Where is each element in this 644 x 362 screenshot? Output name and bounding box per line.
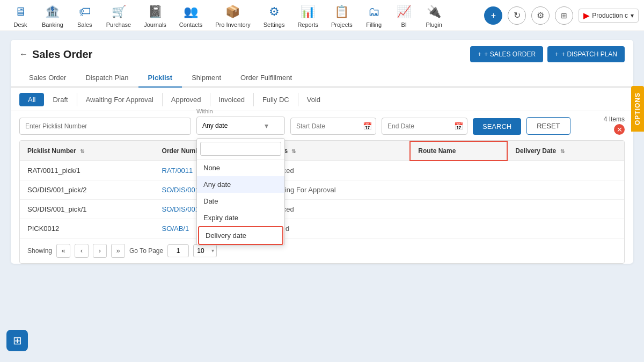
tab-dispatch-plan[interactable]: Dispatch Plan (76, 69, 138, 88)
table-row: SO/DIS/001_pick/2 SO/DIS/001 Awaiting Fo… (20, 180, 624, 199)
nav-reports[interactable]: 📊 Reports (291, 3, 325, 28)
per-page-wrap: 10 20 50 ▾ (193, 244, 217, 257)
delivery-date-cell (507, 180, 624, 199)
items-count-label: 4 Items (604, 115, 625, 123)
table-row: RAT/0011_pick/1 RAT/0011 Invoiced (20, 161, 624, 180)
showing-label: Showing (27, 247, 52, 255)
nav-desk[interactable]: 🖥 Desk (5, 3, 35, 28)
search-button[interactable]: SEARCH (473, 118, 521, 135)
filling-icon: 🗂 (368, 5, 380, 19)
sales-icon: 🏷 (79, 5, 91, 19)
items-count-area: 4 Items ✕ (604, 115, 625, 135)
start-date-wrap: 📅 (290, 118, 376, 135)
within-dropdown: None Any date Date Expiry date Delivery … (196, 138, 285, 245)
tab-sales-order[interactable]: Sales Order (19, 69, 76, 88)
sort-icon-delivery[interactable]: ⇅ (560, 148, 565, 154)
filter-awaiting[interactable]: Awaiting For Approval (77, 93, 163, 106)
route-name-cell (410, 199, 507, 219)
sort-icon-status[interactable]: ⇅ (291, 148, 296, 154)
sort-icon-picklist[interactable]: ⇅ (80, 148, 84, 154)
dropdown-item-none[interactable]: None (197, 160, 284, 176)
per-page-select[interactable]: 10 20 50 (193, 244, 217, 257)
dropdown-search-input[interactable] (200, 142, 281, 156)
table-row: PICK0012 SO/AB/1 Voided (20, 219, 624, 238)
back-button[interactable]: ← (19, 49, 28, 59)
route-name-cell (410, 219, 507, 238)
nav-projects[interactable]: 📋 Projects (325, 3, 359, 28)
calendar-icon-end: 📅 (454, 122, 463, 131)
nav-settings[interactable]: ⚙ Settings (257, 3, 291, 28)
projects-icon: 📋 (334, 5, 349, 19)
dropdown-item-date[interactable]: Date (197, 193, 284, 209)
filter-void[interactable]: Void (298, 93, 329, 106)
route-name-cell (410, 161, 507, 180)
picklist-number-cell: PICK0012 (20, 219, 155, 238)
nav-purchase[interactable]: 🛒 Purchase (100, 3, 137, 28)
picklist-table: Picklist Number ⇅ Order Number Status ⇅ … (19, 140, 625, 264)
next-last-button[interactable]: » (111, 244, 125, 258)
refresh-button[interactable]: ↻ (508, 6, 526, 25)
tab-picklist[interactable]: Picklist (138, 69, 182, 88)
nav-plugin[interactable]: 🔌 Plugin (419, 3, 449, 28)
page-header: ← Sales Order + + SALES ORDER + + DISPAT… (11, 40, 633, 62)
nav-right-actions: + ↻ ⚙ ⊞ ▶ Production c ▾ (484, 6, 639, 25)
filter-all[interactable]: All (19, 93, 44, 106)
filter-approved[interactable]: Approved (163, 93, 210, 106)
page-title: Sales Order (32, 48, 92, 61)
main-tabs: Sales Order Dispatch Plan Picklist Shipm… (11, 69, 633, 88)
plus-icon-dispatch: + (555, 50, 559, 58)
picklist-number-cell: SO/DIS/001_pick/1 (20, 199, 155, 219)
chevron-down-icon: ▾ (265, 121, 268, 130)
within-wrapper: Within Any date ▾ None Any date Date (196, 117, 285, 135)
desk-icon: 🖥 (14, 5, 26, 19)
picklist-number-cell: RAT/0011_pick/1 (20, 161, 155, 180)
nav-pro-inventory[interactable]: 📦 Pro Inventory (209, 3, 257, 28)
grid-toggle-button[interactable]: ⊞ (555, 6, 573, 25)
contacts-icon: 👥 (184, 5, 198, 19)
nav-banking[interactable]: 🏦 Banking (35, 3, 70, 28)
pagination: Showing « ‹ › » Go To Page 10 20 50 ▾ (20, 238, 624, 263)
delivery-date-cell (507, 161, 624, 180)
nav-contacts[interactable]: 👥 Contacts (173, 3, 209, 28)
next-button[interactable]: › (93, 244, 107, 258)
nav-journals[interactable]: 📓 Journals (137, 3, 173, 28)
within-label: Within (196, 108, 213, 114)
tab-order-fulfillment[interactable]: Order Fulfillment (231, 69, 302, 88)
page-title-area: ← Sales Order (19, 48, 92, 61)
reset-button[interactable]: RESET (526, 117, 570, 135)
col-delivery-date: Delivery Date ⇅ (507, 141, 624, 161)
nav-bi[interactable]: 📈 BI (389, 3, 419, 28)
dispatch-plan-button[interactable]: + + DISPATCH PLAN (547, 46, 625, 62)
sales-order-card: ← Sales Order + + SALES ORDER + + DISPAT… (11, 40, 633, 264)
nav-filling[interactable]: 🗂 Filling (359, 3, 389, 28)
nav-sales[interactable]: 🏷 Sales (70, 3, 100, 28)
production-menu[interactable]: ▶ Production c ▾ (579, 9, 639, 23)
data-table: Picklist Number ⇅ Order Number Status ⇅ … (20, 141, 624, 238)
picklist-number-input[interactable] (19, 118, 191, 135)
gear-button[interactable]: ⚙ (531, 6, 550, 25)
banking-icon: 🏦 (45, 5, 60, 19)
route-name-cell (410, 180, 507, 199)
table-header-row: Picklist Number ⇅ Order Number Status ⇅ … (20, 141, 624, 161)
add-button[interactable]: + (484, 6, 502, 25)
delivery-date-cell (507, 219, 624, 238)
close-button[interactable]: ✕ (614, 124, 625, 135)
within-select-box[interactable]: Any date ▾ (196, 117, 285, 135)
filter-draft[interactable]: Draft (44, 93, 77, 106)
picklist-number-cell: SO/DIS/001_pick/2 (20, 180, 155, 199)
page-number-input[interactable] (167, 244, 189, 257)
prev-button[interactable]: ‹ (75, 244, 89, 258)
prev-last-button[interactable]: « (56, 244, 70, 258)
go-to-page-label: Go To Page (129, 247, 163, 255)
options-tab[interactable]: OPTIONS (631, 86, 644, 132)
within-select-wrap: Any date ▾ None Any date Date Expiry dat… (196, 117, 285, 135)
sales-order-button[interactable]: + + SALES ORDER (470, 46, 543, 62)
dropdown-item-expiry-date[interactable]: Expiry date (197, 209, 284, 226)
tab-shipment[interactable]: Shipment (182, 69, 231, 88)
filter-invoiced[interactable]: Invoiced (210, 93, 254, 106)
filter-fully-dc[interactable]: Fully DC (254, 93, 298, 106)
delivery-date-cell (507, 199, 624, 219)
dropdown-item-any-date[interactable]: Any date (197, 176, 284, 193)
end-date-wrap: 📅 (382, 118, 467, 135)
dropdown-item-delivery-date[interactable]: Delivery date (198, 226, 283, 245)
